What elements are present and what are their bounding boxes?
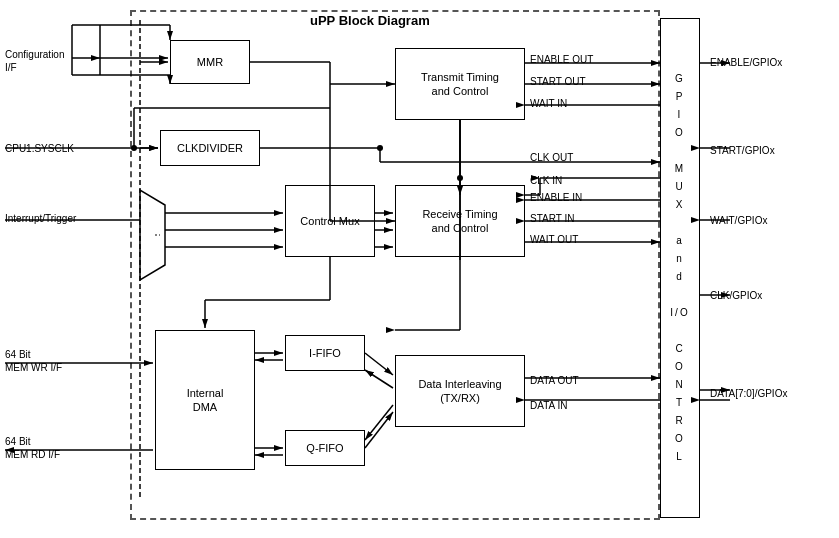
data-interleaving-block: Data Interleaving (TX/RX) [395, 355, 525, 427]
cpu1-sysclk-label: CPU1.SYSCLK [5, 143, 74, 154]
i-fifo-block: I-FIFO [285, 335, 365, 371]
enable-gpiox-label: ENABLE/GPIOx [710, 57, 782, 68]
upp-label: uPP Block Diagram [310, 13, 430, 28]
transmit-timing-block: Transmit Timing and Control [395, 48, 525, 120]
enable-out-label: ENABLE OUT [530, 54, 593, 65]
enable-in-label: ENABLE IN [530, 192, 582, 203]
wait-in-label: WAIT IN [530, 98, 567, 109]
q-fifo-block: Q-FIFO [285, 430, 365, 466]
data-gpiox-label: DATA[7:0]/GPIOx [710, 388, 787, 399]
wait-out-label: WAIT OUT [530, 234, 578, 245]
data-in-label: DATA IN [530, 400, 567, 411]
interrupt-trigger-label: Interrupt/Trigger [5, 213, 76, 224]
clk-in-label: CLK IN [530, 175, 562, 186]
data-out-label: DATA OUT [530, 375, 579, 386]
mem-rd-label: 64 Bit MEM RD I/F [5, 435, 60, 461]
diagram: uPP Block Diagram MMR CLKDIVIDER Transmi… [0, 0, 839, 538]
internal-dma-block: Internal DMA [155, 330, 255, 470]
clk-out-label: CLK OUT [530, 152, 573, 163]
clk-gpiox-label: CLK/GPIOx [710, 290, 762, 301]
config-if-label: Configuration I/F [5, 48, 64, 74]
clkdivider-block: CLKDIVIDER [160, 130, 260, 166]
gpio-mux-block: G P I O M U X a n d I/O C O N T R O L [660, 18, 700, 518]
wait-gpiox-label: WAIT/GPIOx [710, 215, 767, 226]
receive-timing-block: Receive Timing and Control [395, 185, 525, 257]
control-mux-block: Control Mux [285, 185, 375, 257]
start-gpiox-label: START/GPIOx [710, 145, 775, 156]
start-out-label: START OUT [530, 76, 586, 87]
start-in-label: START IN [530, 213, 574, 224]
mmr-block: MMR [170, 40, 250, 84]
mem-wr-label: 64 Bit MEM WR I/F [5, 348, 62, 374]
